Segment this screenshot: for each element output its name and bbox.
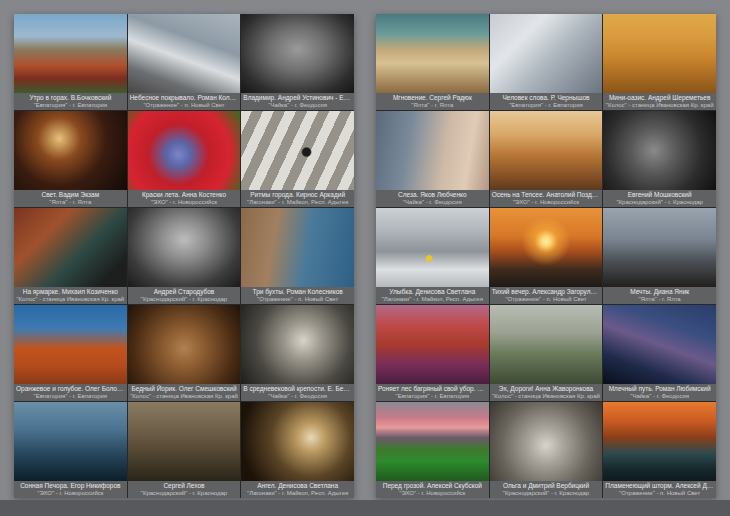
photo-caption: Свет. Вадим Экзам "Ялта" - г. Ялта [14, 190, 127, 207]
photo-cell: Краски лета. Анна Костенко "ЭХО" - г. Но… [128, 111, 241, 207]
photo-thumbnail [241, 208, 354, 287]
photo-caption: Утро в горах. В.Бочковский "Евпатория" -… [14, 93, 127, 110]
photo-cell: В средневековой крепости. Е. Березовский… [241, 305, 354, 401]
photo-title: Роняет лес багряный свой убор. О.Хорчиши… [376, 385, 489, 393]
photo-caption: Ольга и Дмитрий Вербицкий "Краснодарский… [490, 481, 603, 498]
photo-thumbnail [490, 208, 603, 287]
photo-caption: Улыбка. Денисова Светлана "Лагонаки" - г… [376, 287, 489, 304]
photo-cell: Ангел. Денисова Светлана "Лагонаки" - г.… [241, 402, 354, 498]
photo-thumbnail [376, 14, 489, 93]
photo-caption: Роняет лес багряный свой убор. О.Хорчиши… [376, 384, 489, 401]
photo-club-line: "Лагонаки" - г. Майкоп, Респ. Адыгея [376, 296, 489, 303]
photo-cell: Небесное покрывало. Роман Колесников "От… [128, 14, 241, 110]
photo-club-line: "Отражение" - п. Новый Свет [603, 490, 716, 497]
photo-club-line: "Ялта" - г. Ялта [14, 199, 127, 206]
photo-caption: Ангел. Денисова Светлана "Лагонаки" - г.… [241, 481, 354, 498]
photo-club-line: "Краснодарский" - г. Краснодар [128, 490, 241, 497]
photo-thumbnail [603, 14, 716, 93]
photo-cell: На ярмарке. Михаил Козиченко "Колос" - с… [14, 208, 127, 304]
photo-club-line: "Ялта" - г. Ялта [603, 296, 716, 303]
photo-club-line: "Евпатория" - г. Евпатория [490, 102, 603, 109]
photo-title: Бедный Йорик. Олег Смешковский [128, 385, 241, 393]
photo-cell: Мини-оазис. Андрей Шереметьев "Колос" - … [603, 14, 716, 110]
photo-club-line: "Краснодарский" - г. Краснодар [128, 296, 241, 303]
photo-caption: Эх, Дороги! Анна Жаворонкова "Колос" - с… [490, 384, 603, 401]
photo-caption: Перед грозой. Алексей Скубской "ЭХО" - г… [376, 481, 489, 498]
photo-cell: Владимир. Андрей Устинович - ЕФИАП "Чайк… [241, 14, 354, 110]
photo-title: Утро в горах. В.Бочковский [14, 94, 127, 102]
photo-caption: В средневековой крепости. Е. Березовский… [241, 384, 354, 401]
photo-cell: Бедный Йорик. Олег Смешковский "Колос" -… [128, 305, 241, 401]
photo-cell: Мгновение. Сергей Радюк "Ялта" - г. Ялта [376, 14, 489, 110]
photo-title: Андрей Стародубов [128, 288, 241, 296]
photo-caption: Человек слова. Р. Чернышов "Евпатория" -… [490, 93, 603, 110]
photo-title: Небесное покрывало. Роман Колесников [128, 94, 241, 102]
photo-thumbnail [128, 14, 241, 93]
photo-club-line: "Ялта" - г. Ялта [376, 102, 489, 109]
photo-title: Мгновение. Сергей Радюк [376, 94, 489, 102]
table-edge-strip [0, 500, 730, 516]
photo-title: В средневековой крепости. Е. Березовский [241, 385, 354, 393]
photo-title: Тихий вечер. Александр Загорулько [490, 288, 603, 296]
photo-cell: Улыбка. Денисова Светлана "Лагонаки" - г… [376, 208, 489, 304]
photo-title: Эх, Дороги! Анна Жаворонкова [490, 385, 603, 393]
photo-cell: Роняет лес багряный свой убор. О.Хорчиши… [376, 305, 489, 401]
photo-caption: Сонная Печора. Егор Никифоров "ЭХО" - г.… [14, 481, 127, 498]
photo-club-line: "Евпатория" - г. Евпатория [14, 393, 127, 400]
photo-title: Улыбка. Денисова Светлана [376, 288, 489, 296]
photo-thumbnail [241, 111, 354, 190]
photo-caption: Млечный путь. Роман Любимский "Чайка" - … [603, 384, 716, 401]
photo-club-line: "Чайка" - г. Феодосия [603, 393, 716, 400]
photo-thumbnail [14, 402, 127, 481]
collage-background: Утро в горах. В.Бочковский "Евпатория" -… [0, 0, 730, 516]
photo-title: Ольга и Дмитрий Вербицкий [490, 482, 603, 490]
photo-club-line: "Лагонаки" - г. Майкоп, Респ. Адыгея [241, 490, 354, 497]
photo-club-line: "Колос" - станица Ивановская Кр. край [603, 102, 716, 109]
photo-cell: Эх, Дороги! Анна Жаворонкова "Колос" - с… [490, 305, 603, 401]
photo-thumbnail [241, 14, 354, 93]
photo-title: Оранжевое и голубое. Олег Болотников [14, 385, 127, 393]
photo-caption: Краски лета. Анна Костенко "ЭХО" - г. Но… [128, 190, 241, 207]
photo-thumbnail [603, 208, 716, 287]
photo-title: Осень на Тепсее. Анатолий Поздняков [490, 191, 603, 199]
photo-cell: Млечный путь. Роман Любимский "Чайка" - … [603, 305, 716, 401]
photo-thumbnail [241, 402, 354, 481]
photo-thumbnail [603, 111, 716, 190]
photo-thumbnail [376, 402, 489, 481]
photo-caption: Ритмы города. Кирнос Аркадий "Лагонаки" … [241, 190, 354, 207]
photo-caption: Небесное покрывало. Роман Колесников "От… [128, 93, 241, 110]
photo-sheet-left: Утро в горах. В.Бочковский "Евпатория" -… [14, 14, 354, 498]
photo-thumbnail [376, 305, 489, 384]
photo-club-line: "ЭХО" - г. Новороссийск [376, 490, 489, 497]
photo-cell: Осень на Тепсее. Анатолий Поздняков "ЭХО… [490, 111, 603, 207]
photo-cell: Ритмы города. Кирнос Аркадий "Лагонаки" … [241, 111, 354, 207]
photo-title: Перед грозой. Алексей Скубской [376, 482, 489, 490]
photo-thumbnail [128, 305, 241, 384]
photo-club-line: "Евпатория" - г. Евпатория [14, 102, 127, 109]
photo-title: Владимир. Андрей Устинович - ЕФИАП [241, 94, 354, 102]
photo-caption: Три бухты. Роман Колесников "Отражение" … [241, 287, 354, 304]
photo-club-line: "Краснодарский" - г. Краснодар [490, 490, 603, 497]
photo-title: Свет. Вадим Экзам [14, 191, 127, 199]
photo-thumbnail [128, 402, 241, 481]
photo-title: На ярмарке. Михаил Козиченко [14, 288, 127, 296]
photo-club-line: "Евпатория" - г. Евпатория [376, 393, 489, 400]
photo-caption: Владимир. Андрей Устинович - ЕФИАП "Чайк… [241, 93, 354, 110]
photo-cell: Утро в горах. В.Бочковский "Евпатория" -… [14, 14, 127, 110]
photo-cell: Евгений Мошковский "Краснодарский" - г. … [603, 111, 716, 207]
photo-thumbnail [376, 111, 489, 190]
photo-thumbnail [603, 305, 716, 384]
photo-title: Человек слова. Р. Чернышов [490, 94, 603, 102]
photo-title: Сергей Лехов [128, 482, 241, 490]
photo-caption: Мини-оазис. Андрей Шереметьев "Колос" - … [603, 93, 716, 110]
photo-club-line: "Колос" - станица Ивановская Кр. край [128, 393, 241, 400]
photo-caption: Оранжевое и голубое. Олег Болотников "Ев… [14, 384, 127, 401]
photo-cell: Андрей Стародубов "Краснодарский" - г. К… [128, 208, 241, 304]
photo-thumbnail [128, 111, 241, 190]
photo-thumbnail [603, 402, 716, 481]
photo-thumbnail [490, 111, 603, 190]
photo-caption: Андрей Стародубов "Краснодарский" - г. К… [128, 287, 241, 304]
photo-thumbnail [241, 305, 354, 384]
photo-cell: Перед грозой. Алексей Скубской "ЭХО" - г… [376, 402, 489, 498]
photo-club-line: "Отражение" - п. Новый Свет [128, 102, 241, 109]
